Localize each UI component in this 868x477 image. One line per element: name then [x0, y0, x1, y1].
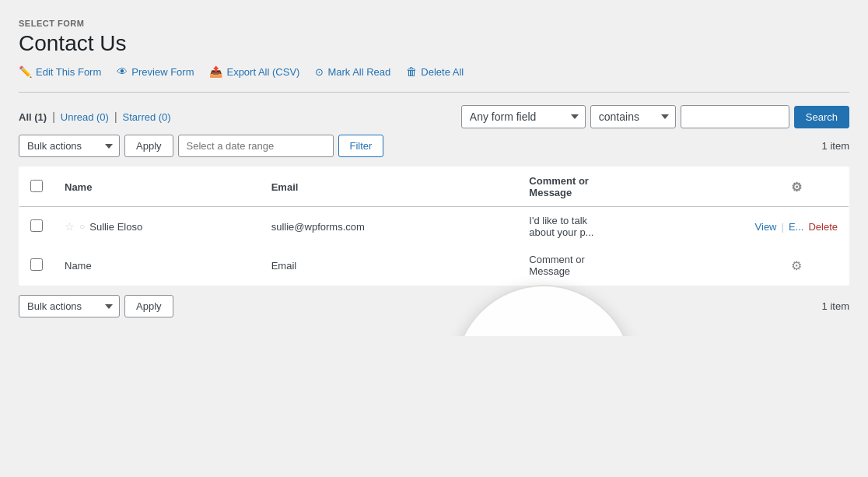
date-range-input[interactable] [178, 135, 334, 157]
bulk-filter-left: Bulk actions Apply Filter [19, 135, 383, 157]
tfoot-td-email: Email [261, 246, 519, 286]
trash-icon: 🗑 [406, 65, 417, 78]
td-gear: View | E... Delete [744, 207, 849, 247]
th-message: Comment orMessage [518, 167, 744, 207]
td-name: ☆ ○ Sullie Eloso [54, 207, 261, 247]
row-checkbox[interactable] [30, 219, 43, 232]
entry-name: Sullie Eloso [89, 221, 142, 233]
edit-link[interactable]: E... [789, 221, 804, 233]
bulk-actions-select-bottom[interactable]: Bulk actions [19, 295, 120, 317]
mark-all-read-link[interactable]: ⊙ Mark All Read [315, 66, 390, 78]
bulk-actions-select-top[interactable]: Bulk actions [19, 135, 120, 157]
field-select[interactable]: Any form field [461, 105, 586, 128]
item-count-bottom: 1 item [822, 300, 849, 312]
search-button[interactable]: Search [794, 106, 849, 128]
table-header-row: Name Email Comment orMessage ⚙ [19, 167, 849, 207]
td-email: sullie@wpforms.com [261, 207, 519, 247]
select-form-label: SELECT FORM [19, 19, 849, 28]
apply-button-bottom[interactable]: Apply [124, 295, 173, 317]
sep-1: | [52, 110, 55, 123]
th-checkbox [19, 167, 54, 207]
tfoot-td-message: Comment orMessage [518, 246, 744, 286]
entries-table: Name Email Comment orMessage ⚙ ☆ ○ Sulli… [19, 167, 849, 286]
tab-starred[interactable]: Starred (0) [123, 111, 171, 123]
export-csv-link[interactable]: 📤 Export All (CSV) [209, 65, 299, 78]
action-links-bar: ✏️ Edit This Form 👁 Preview Form 📤 Expor… [19, 65, 849, 78]
search-area: Any form field contains Search [461, 105, 849, 128]
action-sep: | [782, 221, 784, 233]
preview-form-link[interactable]: 👁 Preview Form [117, 65, 194, 78]
item-count-top: 1 item [822, 140, 849, 152]
footer-checkbox[interactable] [30, 258, 43, 271]
filter-bar-second: Bulk actions Apply Filter 1 item [19, 135, 849, 157]
row-actions: View | E... Delete [755, 221, 838, 233]
td-checkbox [19, 207, 54, 247]
edit-icon: ✏️ [19, 65, 32, 78]
tfoot-td-gear: ⚙ [744, 246, 849, 286]
star-icon[interactable]: ☆ [65, 220, 75, 233]
tabs-area: All (1) | Unread (0) | Starred (0) [19, 110, 171, 123]
tab-all[interactable]: All (1) [19, 111, 47, 123]
apply-button-top[interactable]: Apply [124, 135, 173, 157]
sep-2: | [114, 110, 117, 123]
th-email: Email [261, 167, 519, 207]
bottom-left: Bulk actions Apply [19, 295, 173, 317]
delete-link[interactable]: Delete [808, 221, 838, 233]
divider [19, 92, 849, 93]
th-name: Name [54, 167, 261, 207]
preview-form-label: Preview Form [131, 66, 194, 78]
read-status-icon: ○ [79, 221, 85, 232]
bottom-bar: Bulk actions Apply 1 item [19, 295, 849, 317]
table-footer-row: Name Email Comment orMessage ⚙ [19, 246, 849, 286]
circle-icon: ⊙ [315, 66, 324, 78]
eye-icon: 👁 [117, 65, 128, 78]
tfoot-td-checkbox [19, 246, 54, 286]
mark-all-read-label: Mark All Read [327, 66, 390, 78]
th-gear: ⚙ [744, 167, 849, 207]
condition-select[interactable]: contains [590, 105, 676, 128]
filter-button[interactable]: Filter [338, 135, 384, 157]
export-csv-label: Export All (CSV) [226, 66, 299, 78]
select-all-checkbox[interactable] [30, 180, 43, 192]
tab-unread[interactable]: Unread (0) [61, 111, 109, 123]
delete-all-label: Delete All [421, 66, 464, 78]
delete-all-link[interactable]: 🗑 Delete All [406, 65, 464, 78]
footer-gear-icon: ⚙ [791, 259, 802, 272]
search-input[interactable] [681, 105, 789, 128]
td-message: I'd like to talkabout your p... [518, 207, 744, 247]
table-row: ☆ ○ Sullie Eloso sullie@wpforms.com I'd … [19, 207, 849, 247]
filter-bar-top: All (1) | Unread (0) | Starred (0) Any f… [19, 105, 849, 128]
edit-form-link[interactable]: ✏️ Edit This Form [19, 65, 101, 78]
header-gear-icon: ⚙ [791, 181, 802, 194]
view-link[interactable]: View [755, 221, 777, 233]
edit-form-label: Edit This Form [36, 66, 101, 78]
export-icon: 📤 [209, 65, 222, 78]
tfoot-td-name: Name [54, 246, 261, 286]
page-title: Contact Us [19, 31, 849, 56]
